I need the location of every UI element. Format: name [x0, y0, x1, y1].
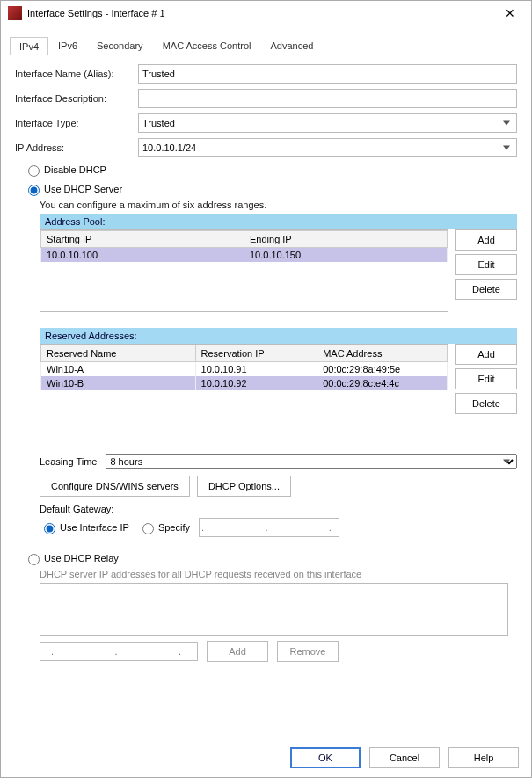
ok-button[interactable]: OK — [290, 747, 361, 768]
pool-row[interactable]: 10.0.10.100 10.0.10.150 — [41, 248, 448, 262]
tab-ipv4[interactable]: IPv4 — [10, 37, 48, 55]
pool-col-end[interactable]: Ending IP — [244, 231, 448, 248]
reserved-col-ip[interactable]: Reservation IP — [195, 345, 317, 362]
use-dhcp-relay-radio[interactable] — [28, 554, 40, 565]
pool-add-button[interactable]: Add — [455, 229, 517, 251]
interface-name-input[interactable] — [138, 64, 517, 84]
close-icon[interactable]: ✕ — [496, 6, 524, 20]
reserved-col-name[interactable]: Reserved Name — [41, 345, 196, 362]
disable-dhcp-label: Disable DHCP — [44, 164, 106, 175]
gateway-label: Default Gateway: — [40, 504, 517, 514]
window: Interface Settings - Interface # 1 ✕ IPv… — [0, 0, 532, 778]
tab-content: Interface Name (Alias): Interface Descri… — [10, 55, 522, 730]
gw-specify-label: Specify — [158, 522, 190, 533]
help-button[interactable]: Help — [448, 747, 519, 768]
pool-edit-button[interactable]: Edit — [455, 254, 517, 275]
address-pool-title: Address Pool: — [40, 214, 517, 229]
reserved-title: Reserved Addresses: — [40, 328, 517, 344]
dns-wins-button[interactable]: Configure DNS/WINS servers — [40, 476, 190, 497]
gw-ip-input[interactable] — [199, 518, 339, 537]
interface-type-select[interactable]: Trusted — [138, 113, 517, 133]
tab-ipv6[interactable]: IPv6 — [48, 36, 87, 55]
interface-desc-input[interactable] — [138, 89, 517, 108]
tab-strip: IPv4 IPv6 Secondary MAC Access Control A… — [10, 36, 522, 55]
interface-desc-label: Interface Description: — [15, 93, 138, 104]
reserved-col-mac[interactable]: MAC Address — [317, 345, 448, 362]
pool-delete-button[interactable]: Delete — [455, 279, 517, 300]
cancel-button[interactable]: Cancel — [369, 747, 440, 768]
leasing-select[interactable]: 8 hours — [106, 454, 517, 469]
ip-address-label: IP Address: — [15, 142, 138, 153]
gw-use-interface-radio[interactable] — [44, 523, 55, 534]
tab-secondary[interactable]: Secondary — [87, 36, 153, 55]
use-dhcp-relay-label: Use DHCP Relay — [44, 553, 119, 564]
relay-remove-button[interactable]: Remove — [277, 641, 339, 662]
interface-type-label: Interface Type: — [15, 118, 138, 128]
relay-add-button[interactable]: Add — [207, 641, 268, 662]
window-title: Interface Settings - Interface # 1 — [27, 8, 496, 18]
tab-advanced[interactable]: Advanced — [261, 36, 324, 55]
reserved-add-button[interactable]: Add — [455, 344, 517, 365]
ip-address-select[interactable]: 10.0.10.1/24 — [138, 138, 517, 157]
gw-use-interface-label: Use Interface IP — [60, 522, 129, 533]
reserved-table: Reserved Name Reservation IP MAC Address… — [40, 344, 448, 447]
disable-dhcp-radio[interactable] — [28, 165, 40, 177]
reserved-row[interactable]: Win10-A 10.0.10.91 00:0c:29:8a:49:5e — [41, 362, 448, 376]
relay-ip-input[interactable] — [40, 642, 198, 661]
dhcp-options-button[interactable]: DHCP Options... — [197, 476, 291, 497]
interface-name-label: Interface Name (Alias): — [15, 69, 138, 79]
relay-list[interactable] — [40, 583, 508, 636]
use-dhcp-server-radio[interactable] — [28, 185, 40, 196]
reserved-edit-button[interactable]: Edit — [455, 368, 517, 389]
reserved-row[interactable]: Win10-B 10.0.10.92 00:0c:29:8c:e4:4c — [41, 376, 448, 390]
pool-col-start[interactable]: Starting IP — [41, 231, 244, 248]
gw-specify-radio[interactable] — [142, 523, 154, 534]
reserved-delete-button[interactable]: Delete — [455, 393, 517, 414]
titlebar: Interface Settings - Interface # 1 ✕ — [1, 1, 531, 25]
leasing-label: Leasing Time — [40, 456, 97, 467]
dialog-footer: OK Cancel Help — [1, 738, 531, 777]
tab-mac-access[interactable]: MAC Access Control — [153, 36, 261, 55]
app-icon — [8, 6, 22, 20]
dhcp-server-hint: You can configure a maximum of six addre… — [40, 200, 517, 210]
use-dhcp-server-label: Use DHCP Server — [44, 184, 122, 194]
address-pool-table: Starting IP Ending IP 10.0.10.100 10.0.1… — [40, 229, 448, 312]
dialog-body: IPv4 IPv6 Secondary MAC Access Control A… — [1, 25, 531, 738]
relay-hint: DHCP server IP addresses for all DHCP re… — [40, 569, 517, 579]
